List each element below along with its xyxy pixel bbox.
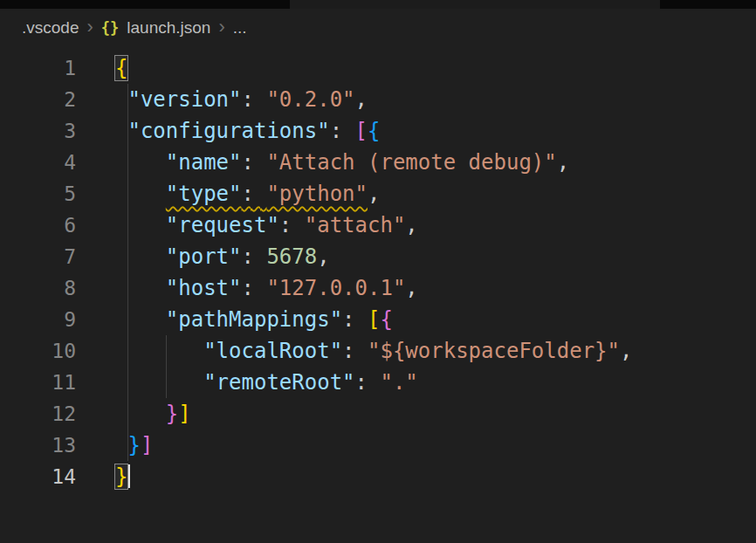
code-token: "name" [166, 150, 242, 175]
code-line[interactable]: 10 "localRoot": "${workspaceFolder}", [0, 335, 756, 367]
code-token: } [115, 464, 127, 489]
editor[interactable]: 1{2 "version": "0.2.0",3 "configurations… [0, 47, 756, 543]
code-token: "request" [166, 213, 279, 237]
code-token: : [242, 87, 267, 112]
code-token [115, 276, 166, 300]
code-token: : [242, 182, 267, 206]
code-text: "name": "Attach (remote debug)", [83, 147, 569, 178]
line-number[interactable]: 4 [0, 147, 83, 178]
breadcrumb-folder[interactable]: .vscode [22, 18, 79, 38]
code-text: "host": "127.0.0.1", [83, 272, 418, 304]
code-text: }] [83, 430, 153, 461]
code-line[interactable]: 11 "remoteRoot": "." [0, 367, 756, 398]
chevron-right-icon: › [86, 17, 93, 37]
code-token: "configurations" [127, 119, 329, 143]
code-line[interactable]: 7 "port": 5678, [0, 241, 756, 272]
line-number[interactable]: 9 [0, 304, 83, 335]
code-token: "." [380, 370, 417, 395]
line-number[interactable]: 8 [0, 272, 83, 304]
code-line[interactable]: 1{ [0, 52, 756, 84]
code-token [115, 402, 166, 426]
code-token: "type" [166, 182, 242, 206]
code-token: , [355, 87, 368, 112]
line-number[interactable]: 13 [0, 430, 83, 461]
code-token: { [368, 119, 380, 143]
code-token: : [279, 213, 305, 237]
code-token: : [242, 150, 267, 175]
code-token: : [342, 339, 368, 363]
breadcrumb-symbol-path[interactable]: ... [233, 18, 247, 38]
code-token: "attach" [305, 213, 406, 237]
code-token [115, 213, 166, 237]
code-line[interactable]: 14} [0, 461, 756, 492]
code-token [115, 119, 127, 143]
code-token: "remoteRoot" [203, 370, 354, 395]
code-text: "version": "0.2.0", [83, 84, 368, 115]
code-line[interactable]: 13 }] [0, 430, 756, 461]
code-token: : [330, 119, 355, 143]
code-token [115, 244, 166, 269]
chevron-right-icon: › [218, 17, 224, 37]
indent-guide [166, 335, 167, 398]
code-token [115, 433, 127, 457]
line-number[interactable]: 12 [0, 398, 83, 430]
code-token: 5678 [266, 244, 317, 269]
code-token [115, 182, 166, 206]
active-tab-edge [290, 0, 660, 9]
code-token: "python" [266, 182, 368, 206]
code-token [115, 150, 166, 175]
code-token: , [405, 213, 417, 237]
code-text: "request": "attach", [83, 210, 418, 241]
code-token: "0.2.0" [266, 87, 354, 112]
code-token: "version" [127, 87, 241, 112]
code-token: , [317, 244, 329, 269]
code-token [115, 339, 203, 363]
code-token: ] [178, 402, 190, 426]
code-token: : [242, 276, 267, 300]
code-line[interactable]: 2 "version": "0.2.0", [0, 84, 756, 115]
code-token: ] [141, 433, 153, 457]
code-token: "host" [166, 276, 242, 300]
line-number[interactable]: 14 [0, 461, 83, 492]
code-token: [ [355, 119, 368, 143]
code-token: } [127, 433, 140, 457]
line-number[interactable]: 6 [0, 210, 83, 241]
code-lines: 1{2 "version": "0.2.0",3 "configurations… [0, 52, 756, 492]
code-token [115, 307, 166, 332]
breadcrumb-file[interactable]: launch.json [127, 18, 210, 38]
code-line[interactable]: 3 "configurations": [{ [0, 115, 756, 147]
code-text: "remoteRoot": "." [83, 367, 418, 398]
line-number[interactable]: 10 [0, 335, 83, 367]
code-text: }] [83, 398, 191, 430]
code-token: : [342, 307, 368, 332]
code-line[interactable]: 4 "name": "Attach (remote debug)", [0, 147, 756, 178]
code-text: } [83, 461, 130, 492]
line-number[interactable]: 7 [0, 241, 83, 272]
code-token: { [380, 307, 392, 332]
code-token: "Attach (remote debug)" [266, 150, 556, 175]
code-line[interactable]: 5 "type": "python", [0, 178, 756, 210]
indent-guide [127, 84, 128, 461]
code-line[interactable]: 9 "pathMappings": [{ [0, 304, 756, 335]
line-number[interactable]: 2 [0, 84, 83, 115]
code-token: { [115, 56, 127, 80]
code-token [115, 370, 203, 395]
line-number[interactable]: 11 [0, 367, 83, 398]
line-number[interactable]: 3 [0, 115, 83, 147]
code-token: , [405, 276, 417, 300]
code-line[interactable]: 8 "host": "127.0.0.1", [0, 272, 756, 304]
json-file-icon: {} [101, 19, 119, 37]
line-number[interactable]: 1 [0, 52, 83, 84]
breadcrumb: .vscode › {} launch.json › ... [0, 9, 756, 47]
text-cursor [128, 464, 130, 488]
code-text: "pathMappings": [{ [83, 304, 393, 335]
code-token: , [620, 339, 632, 363]
line-number[interactable]: 5 [0, 178, 83, 210]
code-line[interactable]: 12 }] [0, 398, 756, 430]
code-line[interactable]: 6 "request": "attach", [0, 210, 756, 241]
code-token [115, 87, 127, 112]
code-token: "port" [166, 244, 242, 269]
code-text: "port": 5678, [83, 241, 330, 272]
code-token: "${workspaceFolder}" [368, 339, 620, 363]
code-token: "localRoot" [203, 339, 342, 363]
